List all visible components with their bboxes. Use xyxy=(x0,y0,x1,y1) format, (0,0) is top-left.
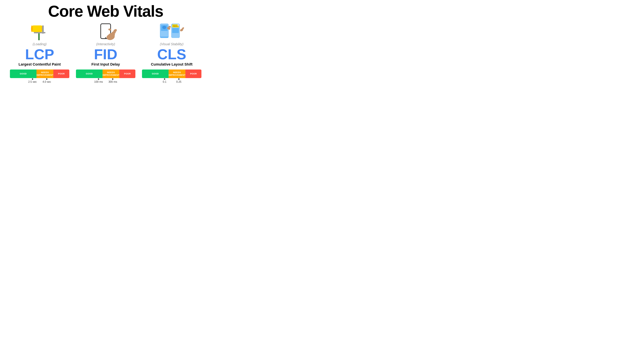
lcp-markers: 2.5 sec 4.0 sec xyxy=(10,78,69,85)
fid-marker-1: 100 ms xyxy=(94,78,103,83)
lcp-acronym: LCP xyxy=(25,47,54,62)
fid-marker-value-1: 100 ms xyxy=(94,80,103,83)
cls-needs-label: NEEDSIMPROVEMENT xyxy=(168,71,186,76)
fid-fullname: First Input Delay xyxy=(92,62,120,66)
cls-bar-needs: NEEDSIMPROVEMENT xyxy=(168,70,186,78)
svg-rect-25 xyxy=(172,28,179,33)
cls-category: (Visual Stability) xyxy=(160,42,184,46)
fid-markers: 100 ms 300 ms xyxy=(76,78,136,85)
lcp-bar-good: GOOD xyxy=(10,70,36,78)
lcp-bar: GOOD NEEDSIMPROVEMENT POOR xyxy=(10,70,69,78)
svg-rect-19 xyxy=(160,37,168,38)
fid-bar: GOOD NEEDSIMPROVEMENT POOR xyxy=(76,70,136,78)
fid-acronym: FID xyxy=(94,47,118,62)
svg-rect-17 xyxy=(161,32,168,32)
lcp-marker-1: 2.5 sec xyxy=(28,78,37,83)
svg-rect-2 xyxy=(32,26,42,32)
cls-marker-dot-2 xyxy=(178,78,180,80)
lcp-icon-area xyxy=(30,22,49,42)
fid-category: (Interactivity) xyxy=(96,42,115,46)
lcp-marker-value-2: 4.0 sec xyxy=(42,80,51,83)
fid-bar-needs: NEEDSIMPROVEMENT xyxy=(102,70,119,78)
svg-point-4 xyxy=(31,26,33,32)
vitals-grid: (Loading) LCP Largest Contentful Paint G… xyxy=(6,22,205,85)
svg-text:Banner: Banner xyxy=(173,25,178,27)
layout-shift-icon: Banner ✕ xyxy=(158,22,185,41)
cls-marker-1: 0.1 xyxy=(163,78,166,83)
cls-bar: GOOD NEEDSIMPROVEMENT POOR xyxy=(142,70,202,78)
fid-needs-label: NEEDSIMPROVEMENT xyxy=(102,71,119,76)
cls-good-label: GOOD xyxy=(152,72,159,75)
svg-point-8 xyxy=(105,37,106,39)
fid-good-label: GOOD xyxy=(86,72,93,75)
cls-marker-dot-1 xyxy=(164,78,165,80)
vital-card-cls: Banner ✕ (Visual Stability) CLS Cumulati… xyxy=(142,22,202,85)
lcp-marker-2: 4.0 sec xyxy=(42,78,51,83)
lcp-category: (Loading) xyxy=(33,42,47,46)
cls-markers: 0.1 0.25 xyxy=(142,78,202,85)
svg-text:✕: ✕ xyxy=(178,24,179,26)
svg-rect-5 xyxy=(42,26,44,34)
cls-fullname: Cumulative Layout Shift xyxy=(151,62,192,66)
page-title: Core Web Vitals xyxy=(48,3,163,19)
lcp-scale: GOOD NEEDSIMPROVEMENT POOR 2.5 sec 4.0 s… xyxy=(10,70,69,85)
fid-bar-poor: POOR xyxy=(119,70,136,78)
fid-marker-dot-1 xyxy=(98,78,99,80)
lcp-good-label: GOOD xyxy=(20,72,27,75)
svg-rect-18 xyxy=(161,33,166,34)
svg-point-16 xyxy=(162,26,166,29)
cls-bar-good: GOOD xyxy=(142,70,168,78)
cls-marker-2: 0.25 xyxy=(176,78,182,83)
fid-marker-value-2: 300 ms xyxy=(108,80,117,83)
cls-marker-value-1: 0.1 xyxy=(163,80,166,83)
paint-roller-icon xyxy=(30,22,49,41)
cls-icon-area: Banner ✕ xyxy=(158,22,185,42)
vital-card-fid: (Interactivity) FID First Input Delay GO… xyxy=(76,22,136,85)
lcp-fullname: Largest Contentful Paint xyxy=(18,62,60,66)
fid-marker-dot-2 xyxy=(112,78,114,80)
fid-poor-label: POOR xyxy=(124,72,131,75)
cls-poor-label: POOR xyxy=(190,72,197,75)
cls-acronym: CLS xyxy=(157,47,186,62)
lcp-marker-dot-1 xyxy=(32,78,33,80)
touch-phone-icon xyxy=(92,22,119,41)
cls-bar-poor: POOR xyxy=(186,70,202,78)
lcp-marker-dot-2 xyxy=(46,78,48,80)
cls-scale: GOOD NEEDSIMPROVEMENT POOR 0.1 0.25 xyxy=(142,70,202,85)
fid-scale: GOOD NEEDSIMPROVEMENT POOR 100 ms 300 ms xyxy=(76,70,136,85)
lcp-bar-poor: POOR xyxy=(53,70,69,78)
cls-marker-value-2: 0.25 xyxy=(176,80,182,83)
fid-bar-good: GOOD xyxy=(76,70,102,78)
fid-marker-2: 300 ms xyxy=(108,78,117,83)
lcp-poor-label: POOR xyxy=(58,72,65,75)
vital-card-lcp: (Loading) LCP Largest Contentful Paint G… xyxy=(10,22,69,85)
svg-rect-0 xyxy=(38,33,40,40)
lcp-bar-needs: NEEDSIMPROVEMENT xyxy=(36,70,53,78)
lcp-needs-label: NEEDSIMPROVEMENT xyxy=(36,71,53,76)
lcp-marker-value-1: 2.5 sec xyxy=(28,80,37,83)
fid-icon-area xyxy=(92,22,119,42)
